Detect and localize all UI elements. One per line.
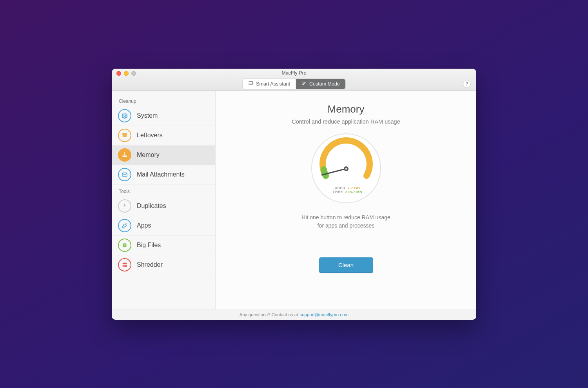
titlebar: MacFly Pro Smart Assistant Custom Mode <box>112 69 476 91</box>
gauge-used-value: 7.7 GB <box>348 186 360 190</box>
svg-point-11 <box>345 168 347 169</box>
sidebar-item-label: Duplicates <box>137 202 166 209</box>
sidebar-item-label: Mail Attachments <box>137 171 185 178</box>
sidebar: CleanupSystemLeftoversMemoryMail Attachm… <box>112 91 216 310</box>
traffic-lights <box>116 71 136 76</box>
close-window-button[interactable] <box>116 71 121 76</box>
gauge-free-value: 298.7 MB <box>345 190 362 194</box>
svg-rect-3 <box>122 133 127 135</box>
app-window: MacFly Pro Smart Assistant Custom Mode <box>112 69 476 320</box>
sidebar-item-duplicates[interactable]: Duplicates <box>112 197 215 216</box>
sidebar-item-label: System <box>137 112 158 119</box>
gauge-used-label: USED <box>332 186 345 190</box>
sidebar-item-leftovers[interactable]: Leftovers <box>112 126 215 146</box>
support-email-link[interactable]: support@macflypro.com <box>299 312 348 317</box>
sparkle-icon <box>118 199 131 213</box>
footer: Any questions? Contact us at support@mac… <box>112 310 476 320</box>
sidebar-item-label: Memory <box>137 151 160 158</box>
gauge-readout: USED 7.7 GB FREE 298.7 MB <box>330 186 362 194</box>
sidebar-item-label: Big Files <box>137 242 161 249</box>
tab-custom-mode[interactable]: Custom Mode <box>296 79 345 89</box>
sidebar-item-label: Shredder <box>137 261 163 268</box>
sidebar-item-bigfiles[interactable]: Big Files <box>112 236 215 255</box>
mode-segmented-control: Smart Assistant Custom Mode <box>243 79 345 89</box>
box-icon <box>118 129 131 142</box>
mail-icon <box>118 168 131 181</box>
page-title: Memory <box>328 103 365 115</box>
chip-icon <box>118 239 131 252</box>
gear-icon <box>118 109 131 122</box>
sidebar-item-label: Apps <box>137 222 151 229</box>
sidebar-item-system[interactable]: System <box>112 106 215 126</box>
svg-rect-4 <box>124 152 125 155</box>
wrench-icon <box>118 219 131 232</box>
help-button[interactable]: ? <box>463 80 471 88</box>
sidebar-section-label: Tools <box>112 185 215 197</box>
sidebar-item-shredder[interactable]: Shredder <box>112 255 215 275</box>
zoom-window-button[interactable] <box>131 71 136 76</box>
broom-icon <box>118 148 131 162</box>
window-title: MacFly Pro <box>281 70 306 76</box>
tools-icon <box>301 80 307 87</box>
hint-line-2: for apps and processes <box>301 222 390 230</box>
memory-gauge: USED 7.7 GB FREE 298.7 MB <box>311 133 381 203</box>
clean-button[interactable]: Clean <box>319 257 373 273</box>
hint-line-1: Hit one button to reduce RAM usage <box>301 213 390 222</box>
hint-text: Hit one button to reduce RAM usage for a… <box>301 213 390 230</box>
page-subtitle: Control and reduce application RAM usage <box>292 118 400 125</box>
sidebar-item-memory[interactable]: Memory <box>112 146 215 165</box>
sidebar-item-apps[interactable]: Apps <box>112 216 215 236</box>
shred-icon <box>118 258 131 271</box>
main-pane: Memory Control and reduce application RA… <box>216 91 476 310</box>
footer-prefix: Any questions? Contact us at <box>240 312 298 317</box>
gauge-icon <box>315 137 377 184</box>
gauge-free-label: FREE <box>330 190 343 194</box>
tab-smart-assistant[interactable]: Smart Assistant <box>243 79 296 89</box>
svg-rect-8 <box>123 263 127 264</box>
minimize-window-button[interactable] <box>124 71 129 76</box>
clean-button-label: Clean <box>338 262 354 268</box>
tab-custom-mode-label: Custom Mode <box>309 81 340 87</box>
svg-rect-7 <box>124 244 126 246</box>
laptop-icon <box>248 80 254 87</box>
svg-rect-2 <box>123 134 127 137</box>
sidebar-section-label: Cleanup <box>112 95 215 106</box>
help-button-label: ? <box>466 81 468 87</box>
tab-smart-assistant-label: Smart Assistant <box>256 81 290 87</box>
sidebar-item-label: Leftovers <box>137 132 163 139</box>
svg-rect-0 <box>249 82 253 84</box>
svg-point-1 <box>124 115 126 117</box>
sidebar-item-mail[interactable]: Mail Attachments <box>112 165 215 185</box>
